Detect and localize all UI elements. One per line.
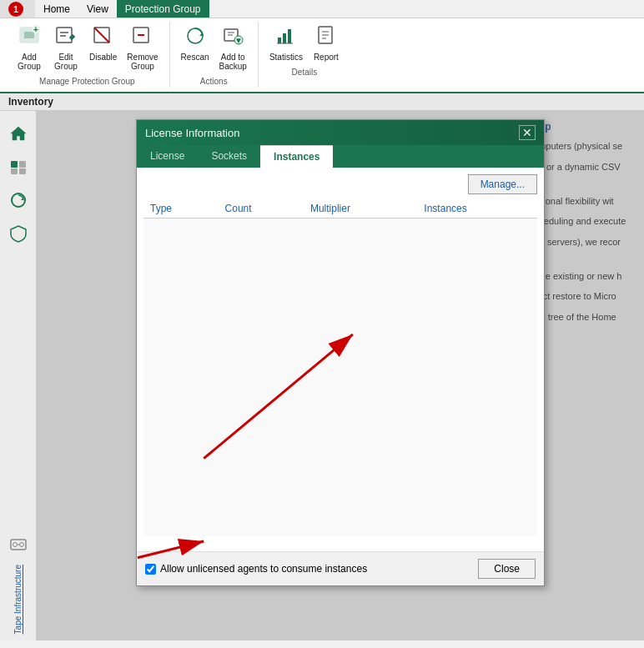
col-type: Type: [143, 199, 219, 219]
dialog-close-button[interactable]: ✕: [519, 125, 536, 140]
report-label: Report: [314, 53, 339, 62]
manage-group-label: Manage Protection Group: [39, 73, 135, 88]
table-empty-area: [143, 219, 537, 535]
left-panel: Tape Infrastructure: [0, 111, 37, 640]
action-buttons: Rescan ▼ Add to Backup: [177, 22, 251, 73]
col-multiplier: Multiplier: [304, 199, 417, 219]
dialog-title: License Information: [145, 127, 239, 139]
actions-group-label: Actions: [200, 73, 228, 88]
menu-home[interactable]: Home: [35, 0, 78, 18]
add-to-backup-button[interactable]: ▼ Add to Backup: [215, 22, 251, 73]
disable-label: Disable: [89, 53, 117, 62]
details-group-label: Details: [292, 64, 318, 78]
col-instances: Instances: [417, 199, 537, 219]
svg-rect-27: [11, 161, 18, 168]
edit-group-label: Edit Group: [54, 53, 78, 71]
report-button[interactable]: Report: [309, 22, 344, 64]
remove-group-label: Remove Group: [127, 53, 158, 71]
svg-line-8: [94, 28, 109, 43]
dialog-footer: Allow unlicensed agents to consume insta…: [137, 551, 544, 585]
report-icon: [314, 24, 338, 51]
menu-protection-group[interactable]: Protection Group: [117, 0, 209, 18]
svg-text:▼: ▼: [234, 36, 243, 45]
svg-rect-28: [19, 161, 26, 168]
nav-home[interactable]: [3, 118, 34, 149]
rescan-label: Rescan: [181, 53, 209, 62]
statistics-icon: [274, 24, 298, 51]
allow-unlicensed-text: Allow unlicensed agents to consume insta…: [160, 563, 367, 575]
svg-rect-29: [11, 168, 18, 174]
tab-sockets[interactable]: Sockets: [198, 145, 260, 168]
nav-security[interactable]: [3, 218, 34, 249]
add-to-backup-icon: ▼: [221, 24, 244, 51]
add-group-icon: +: [18, 24, 41, 51]
nav-inventory[interactable]: [3, 151, 34, 183]
table-toolbar: Manage...: [143, 174, 537, 194]
svg-point-34: [13, 542, 17, 546]
edit-group-button[interactable]: Edit Group: [48, 22, 83, 73]
nav-tape[interactable]: [3, 528, 34, 560]
statistics-label: Statistics: [269, 53, 303, 62]
dialog-titlebar: License Information ✕: [137, 120, 544, 145]
dialog-body: Manage... Type Count Multiplier Instance…: [137, 168, 544, 551]
content-area: Protection Group efines a set of compute…: [37, 111, 644, 640]
ribbon: + Add Group Edit Group Disable: [0, 18, 644, 93]
main-area: Tape Infrastructure Protection Group efi…: [0, 111, 644, 640]
menu-badge: 1: [0, 0, 35, 18]
edit-group-icon: [54, 24, 78, 51]
add-to-backup-label: Add to Backup: [219, 53, 247, 71]
svg-rect-18: [278, 38, 281, 43]
allow-unlicensed-checkbox[interactable]: [145, 564, 156, 575]
svg-marker-26: [11, 127, 26, 140]
nav-backup[interactable]: [3, 184, 34, 216]
svg-rect-30: [19, 168, 26, 174]
tab-instances[interactable]: Instances: [260, 145, 333, 168]
add-group-button[interactable]: + Add Group: [12, 22, 47, 73]
instances-table: Type Count Multiplier Instances: [143, 199, 537, 219]
tab-license[interactable]: License: [137, 145, 198, 168]
license-information-dialog: License Information ✕ License Sockets In…: [136, 119, 545, 586]
rescan-button[interactable]: Rescan: [177, 22, 214, 73]
inventory-bar: Inventory: [0, 93, 644, 111]
ribbon-group-manage: + Add Group Edit Group Disable: [5, 22, 170, 88]
svg-point-35: [19, 542, 23, 546]
allow-unlicensed-label[interactable]: Allow unlicensed agents to consume insta…: [145, 563, 367, 575]
dialog-tabs: License Sockets Instances: [137, 145, 544, 168]
remove-group-button[interactable]: Remove Group: [123, 22, 162, 73]
menu-view[interactable]: View: [78, 0, 117, 18]
disable-icon: [92, 24, 115, 51]
disable-button[interactable]: Disable: [85, 22, 121, 73]
svg-rect-20: [288, 29, 291, 43]
add-group-label: Add Group: [18, 53, 41, 71]
svg-rect-19: [283, 33, 286, 43]
details-buttons: Statistics Report: [265, 22, 344, 64]
ribbon-group-actions: Rescan ▼ Add to Backup Actions: [170, 22, 259, 88]
col-count: Count: [219, 199, 304, 219]
close-button[interactable]: Close: [478, 559, 536, 579]
rescan-icon: [184, 24, 207, 51]
svg-rect-4: [57, 28, 72, 43]
tape-infrastructure-link[interactable]: Tape Infrastructure: [10, 563, 26, 635]
badge-icon: 1: [8, 2, 23, 17]
ribbon-group-details: Statistics Report Details: [259, 22, 350, 78]
menu-bar: 1 Home View Protection Group: [0, 0, 644, 18]
statistics-button[interactable]: Statistics: [265, 22, 307, 64]
svg-text:+: +: [33, 25, 38, 34]
manage-buttons: + Add Group Edit Group Disable: [12, 22, 163, 73]
modal-overlay: License Information ✕ License Sockets In…: [37, 111, 644, 640]
manage-button[interactable]: Manage...: [468, 174, 537, 194]
remove-group-icon: [131, 24, 154, 51]
